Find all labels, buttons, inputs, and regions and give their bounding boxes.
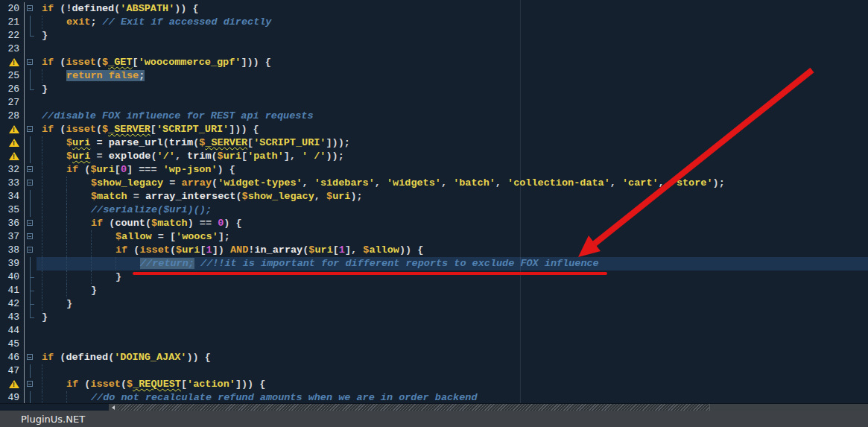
indent-guide [42, 136, 42, 150]
fold-marker[interactable] [25, 177, 37, 190]
horizontal-scrollbar[interactable] [0, 403, 868, 411]
code-line: 38if (isset($uri[1]) AND!in_array($uri[1… [0, 244, 868, 257]
code-line: 25return false; [0, 69, 868, 83]
fold-rail [25, 16, 37, 29]
code-text: } [37, 271, 868, 284]
indent-guide [91, 244, 92, 257]
line-number: 34 [0, 190, 25, 203]
code-text: //do not recalculate refund amounts when… [37, 391, 868, 403]
indent-guide [42, 257, 42, 271]
code-text: if (isset($uri[1]) AND!in_array($uri[1],… [37, 244, 868, 257]
line-number: 27 [0, 96, 25, 110]
indent-guide [66, 230, 67, 244]
indent-guide [66, 177, 67, 190]
indent-guide [66, 284, 67, 297]
code-text: //serialize($uri)(); [37, 203, 868, 217]
fold-marker[interactable] [25, 56, 37, 69]
fold-rail [25, 83, 37, 96]
line-number: 21 [0, 16, 25, 29]
indent-guide [66, 271, 67, 284]
indent-guide [42, 391, 42, 403]
fold-marker[interactable] [25, 217, 37, 230]
fold-rail [25, 364, 37, 378]
code-text: } [37, 284, 868, 297]
code-line: 34$match = array_intersect($show_legacy,… [0, 190, 868, 203]
fold-rail [25, 257, 37, 271]
editor-pane[interactable]: 20if (!defined('ABSPATH')) {21exit; // E… [0, 0, 868, 403]
indent-guide [42, 244, 42, 257]
code-line: 40} [0, 271, 868, 284]
warning-line-number [0, 136, 25, 150]
code-text [37, 364, 868, 378]
fold-marker[interactable] [25, 378, 37, 391]
code-line: 26} [0, 83, 868, 96]
warning-icon [9, 58, 19, 66]
warning-line-number [0, 378, 25, 391]
warning-icon [9, 380, 19, 388]
code-text: if (isset($_SERVER['SCRIPT_URI'])) { [37, 123, 868, 136]
code-line: 45 [0, 338, 868, 351]
code-text: exit; // Exit if accessed directly [37, 16, 868, 29]
line-number: 20 [0, 2, 25, 16]
indent-guide [91, 230, 92, 244]
indent-guide [42, 271, 42, 284]
code-line: 43} [0, 311, 868, 324]
scrollbar-spacer [0, 404, 109, 411]
line-number: 45 [0, 338, 25, 351]
status-bar: PluginUs.NET [0, 411, 868, 427]
code-line: $uri = explode('/', trim($uri['path'], '… [0, 150, 868, 163]
indent-guide [66, 190, 67, 203]
fold-rail [25, 284, 37, 297]
code-text: $show_legacy = array('widget-types', 'si… [37, 177, 868, 190]
fold-marker[interactable] [25, 2, 37, 16]
indent-guide [42, 177, 42, 190]
code-line: 41} [0, 284, 868, 297]
code-text: if (!defined('ABSPATH')) { [37, 2, 868, 16]
line-number: 32 [0, 163, 25, 177]
code-text: } [37, 311, 868, 324]
fold-marker[interactable] [25, 244, 37, 257]
fold-rail [25, 110, 37, 123]
scrollbar-track[interactable] [118, 404, 709, 411]
scroll-left-button[interactable] [109, 404, 118, 411]
code-line: 35//serialize($uri)(); [0, 203, 868, 217]
code-text: if ($uri[0] === 'wp-json') { [37, 163, 868, 177]
indent-guide [42, 230, 42, 244]
code-line: 23 [0, 42, 868, 56]
indent-guide [66, 391, 67, 403]
fold-rail [25, 203, 37, 217]
fold-rail [25, 190, 37, 203]
warning-line-number [0, 56, 25, 69]
code-rows: 20if (!defined('ABSPATH')) {21exit; // E… [0, 2, 868, 403]
code-text: //disable FOX influence for REST api req… [37, 110, 868, 123]
code-text: if (count($match) == 0) { [37, 217, 868, 230]
warning-line-number [0, 123, 25, 136]
fold-rail [25, 29, 37, 42]
indent-guide [42, 69, 42, 83]
line-number: 43 [0, 311, 25, 324]
line-number: 49 [0, 391, 25, 403]
scrollbar-thumb[interactable] [709, 404, 868, 411]
line-number: 25 [0, 69, 25, 83]
fold-marker[interactable] [25, 230, 37, 244]
indent-guide [42, 217, 42, 230]
line-number: 23 [0, 42, 25, 56]
code-text: if (defined('DOING_AJAX')) { [37, 351, 868, 364]
line-number: 47 [0, 364, 25, 378]
code-line: 33$show_legacy = array('widget-types', '… [0, 177, 868, 190]
line-number: 22 [0, 29, 25, 42]
fold-marker[interactable] [25, 123, 37, 136]
code-line: 28//disable FOX influence for REST api r… [0, 110, 868, 123]
fold-marker[interactable] [25, 163, 37, 177]
indent-guide [42, 163, 42, 177]
code-text [37, 338, 868, 351]
indent-guide [91, 257, 92, 271]
code-text: $uri = explode('/', trim($uri['path'], '… [37, 150, 868, 163]
fold-marker[interactable] [25, 351, 37, 364]
code-text [37, 324, 868, 338]
code-line: if (isset($_REQUEST['action'])) { [0, 378, 868, 391]
line-number: 28 [0, 110, 25, 123]
indent-guide [42, 203, 42, 217]
code-line: 42} [0, 297, 868, 311]
code-line: 39//return; //!!it is important for diff… [0, 257, 868, 271]
